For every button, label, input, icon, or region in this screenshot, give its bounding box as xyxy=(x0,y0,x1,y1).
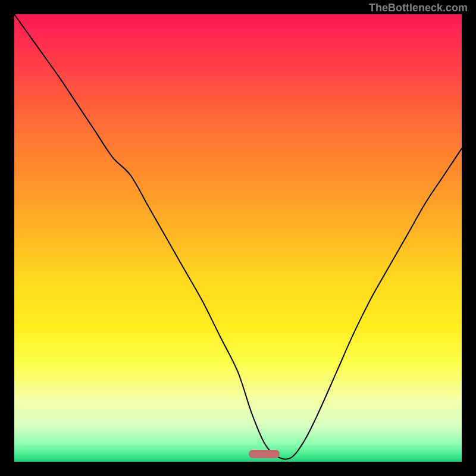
plot-area xyxy=(14,14,462,462)
watermark-text: TheBottleneck.com xyxy=(369,2,468,14)
chart-frame: TheBottleneck.com xyxy=(0,0,476,476)
curve-path xyxy=(14,14,462,459)
bottleneck-curve xyxy=(14,14,462,462)
optimum-marker xyxy=(249,450,280,458)
